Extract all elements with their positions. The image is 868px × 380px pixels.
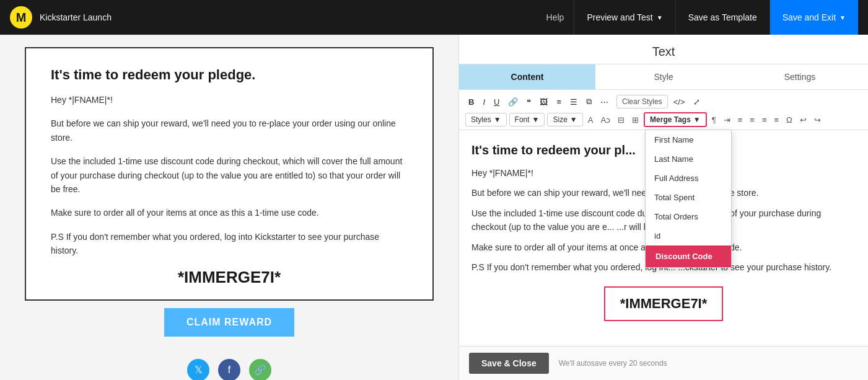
- link-button[interactable]: 🔗: [505, 95, 521, 108]
- email-para4: Make sure to order all of your items at …: [51, 206, 408, 219]
- toolbar-row2: Styles ▼ Font ▼ Size ▼ A Aↄ ⊟ ⊞ Merge Ta…: [465, 112, 862, 127]
- italic-button[interactable]: I: [480, 95, 488, 108]
- align-center-button[interactable]: ≡: [747, 113, 757, 126]
- align-left-button[interactable]: ≡: [735, 113, 745, 126]
- more-button[interactable]: ⋯: [597, 95, 612, 108]
- save-close-button[interactable]: Save & Close: [469, 353, 549, 374]
- main-layout: It's time to redeem your pledge. Hey *|F…: [0, 35, 868, 380]
- tab-content[interactable]: Content: [459, 64, 595, 89]
- chevron-down-icon: ▼: [693, 115, 701, 124]
- chevron-down-icon: ▼: [494, 115, 501, 124]
- chevron-down-icon: ▼: [570, 115, 577, 124]
- email-para2: But before we can ship your reward, we'l…: [51, 117, 408, 144]
- tab-style[interactable]: Style: [595, 64, 732, 89]
- social-row: 𝕏 f 🔗: [25, 347, 434, 380]
- merge-tag-total-orders[interactable]: Total Orders: [646, 207, 731, 226]
- right-editor-panel: Text Content Style Settings B I U 🔗 ❝ 🖼 …: [458, 35, 868, 380]
- autosave-text: We'll autosave every 20 seconds: [559, 359, 667, 368]
- topnav-right: Help Preview and Test ▼ Save as Template…: [537, 0, 858, 35]
- save-template-button[interactable]: Save as Template: [675, 0, 769, 35]
- font-color-button[interactable]: A: [585, 113, 596, 126]
- special-chars-button[interactable]: Ω: [784, 113, 795, 126]
- underline-button[interactable]: U: [491, 95, 502, 108]
- save-exit-button[interactable]: Save and Exit ▼: [769, 0, 858, 35]
- toolbar-row1: B I U 🔗 ❝ 🖼 ≡ ☰ ⧉ ⋯ Clear Styles </> ⤢: [465, 95, 862, 108]
- toolbar-area: B I U 🔗 ❝ 🖼 ≡ ☰ ⧉ ⋯ Clear Styles </> ⤢ S…: [459, 90, 868, 130]
- merge-tag-id[interactable]: id: [646, 226, 731, 245]
- merge-tag-total-spent[interactable]: Total Spent: [646, 188, 731, 207]
- left-preview-panel: It's time to redeem your pledge. Hey *|F…: [0, 35, 458, 380]
- help-link[interactable]: Help: [537, 0, 574, 35]
- blockquote-button[interactable]: ❝: [524, 95, 534, 108]
- expand-button[interactable]: ⤢: [690, 95, 703, 108]
- chevron-down-icon: ▼: [532, 115, 540, 124]
- editor-tabs: Content Style Settings: [459, 64, 868, 90]
- merge-tag-full-address[interactable]: Full Address: [646, 169, 731, 188]
- email-preview-card: It's time to redeem your pledge. Hey *|F…: [25, 47, 434, 301]
- preview-test-button[interactable]: Preview and Test ▼: [574, 0, 675, 35]
- claim-reward-button[interactable]: CLAIM REWARD: [164, 308, 294, 337]
- email-para3: Use the included 1-time use discount cod…: [51, 154, 408, 196]
- editor-merge-code: *IMMERGE7I*: [604, 286, 724, 320]
- redo-button[interactable]: ↪: [812, 113, 823, 126]
- email-body: Hey *|FNAME|*! But before we can ship yo…: [51, 93, 408, 258]
- claim-btn-wrap: CLAIM REWARD: [25, 308, 434, 347]
- bold-button[interactable]: B: [465, 95, 477, 108]
- image-button[interactable]: 🖼: [537, 95, 551, 108]
- size-dropdown[interactable]: Size ▼: [547, 113, 582, 126]
- undo-button[interactable]: ↩: [797, 113, 809, 126]
- facebook-icon[interactable]: f: [218, 359, 240, 380]
- unordered-list-button[interactable]: ☰: [567, 95, 581, 108]
- chevron-down-icon: ▼: [840, 14, 846, 21]
- merge-tag-last-name[interactable]: Last Name: [646, 149, 731, 169]
- align-justify-button[interactable]: ≡: [772, 113, 782, 126]
- email-para5: P.S If you don't remember what you order…: [51, 230, 408, 258]
- logo-icon: M: [10, 6, 32, 29]
- page-title: Kickstarter Launch: [40, 12, 529, 22]
- ordered-list-button[interactable]: ≡: [553, 95, 564, 108]
- chevron-down-icon: ▼: [657, 14, 663, 21]
- indent-button[interactable]: ⊟: [615, 113, 627, 126]
- font-size-adjust-button[interactable]: Aↄ: [598, 113, 613, 126]
- twitter-icon[interactable]: 𝕏: [187, 359, 209, 380]
- font-dropdown[interactable]: Font ▼: [509, 113, 545, 126]
- paragraph-button[interactable]: ¶: [709, 113, 719, 126]
- merge-tag-first-name[interactable]: First Name: [646, 130, 731, 149]
- editor-merge-wrap: *IMMERGE7I*: [471, 280, 856, 327]
- email-merge-code: *IMMERGE7I*: [51, 268, 408, 287]
- topnav: M Kickstarter Launch Help Preview and Te…: [0, 0, 868, 35]
- panel-title: Text: [459, 35, 868, 64]
- indent2-button[interactable]: ⇥: [721, 113, 733, 126]
- align-right-button[interactable]: ≡: [760, 113, 769, 126]
- email-title: It's time to redeem your pledge.: [51, 67, 408, 83]
- merge-tag-discount-code[interactable]: Discount Code: [646, 245, 731, 267]
- outdent-button[interactable]: ⊞: [629, 113, 641, 126]
- styles-dropdown[interactable]: Styles ▼: [465, 113, 507, 126]
- email-para1: Hey *|FNAME|*!: [51, 93, 408, 107]
- tab-settings[interactable]: Settings: [732, 64, 868, 89]
- source-code-button[interactable]: </>: [670, 95, 688, 108]
- copy-button[interactable]: ⧉: [583, 95, 595, 108]
- bottom-bar: Save & Close We'll autosave every 20 sec…: [459, 346, 868, 380]
- merge-tags-menu: First Name Last Name Full Address Total …: [645, 130, 732, 268]
- link-icon[interactable]: 🔗: [249, 359, 271, 380]
- clear-styles-button[interactable]: Clear Styles: [616, 95, 668, 108]
- merge-tags-dropdown[interactable]: Merge Tags ▼: [644, 112, 707, 127]
